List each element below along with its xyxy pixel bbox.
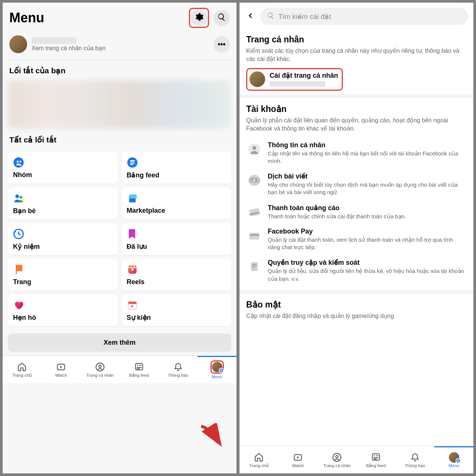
option-card[interactable]: Thanh toán quảng cáo Thanh toán hoặc chỉ…: [246, 200, 467, 224]
feed-icon: [127, 157, 138, 168]
memories-icon: [13, 228, 24, 239]
avatar: [9, 35, 27, 53]
option-globe[interactable]: Dịch bài viết Hãy cho chúng tôi biết tùy…: [246, 168, 467, 200]
bell-icon: [410, 452, 420, 463]
tile-label: Reels: [127, 278, 226, 286]
tile-label: Sự kiện: [127, 313, 226, 322]
groups-icon: [13, 157, 24, 168]
svg-rect-23: [250, 234, 259, 236]
tile-friends[interactable]: Bạn bè: [8, 187, 118, 219]
search-placeholder: Tìm kiếm cài đặt: [278, 12, 331, 21]
redacted-name: [32, 37, 76, 44]
tab-label: Trang chủ: [12, 373, 32, 378]
option-doc[interactable]: Quyền truy cập và kiểm soát Quản lý dữ l…: [246, 255, 467, 286]
profile-icon: [95, 362, 105, 372]
search-button[interactable]: [213, 10, 230, 26]
tile-marketplace[interactable]: Marketplace: [122, 187, 232, 219]
tab-watch[interactable]: Watch: [42, 356, 81, 383]
annotation-arrow: [199, 423, 225, 447]
tiles-grid: Nhóm Bảng feed Bạn bè Marketplace Kỷ niệ…: [3, 148, 237, 330]
tab-home[interactable]: Trang chủ: [3, 356, 42, 383]
tab-feed[interactable]: Bảng feed: [356, 446, 395, 473]
svg-rect-26: [252, 266, 257, 266]
tab-label: Trang chủ: [249, 463, 269, 468]
tab-bell[interactable]: Thông báo: [158, 356, 197, 383]
saved-icon: [127, 228, 138, 239]
search-icon: [217, 13, 226, 23]
tab-menu[interactable]: Menu: [434, 446, 473, 473]
profile-row[interactable]: Xem trang cá nhân của bạn •••: [3, 31, 237, 58]
pay-icon: [246, 228, 263, 244]
svg-point-13: [99, 365, 102, 367]
user-icon: [246, 141, 263, 158]
option-title: Cài đặt trang cá nhân: [270, 71, 338, 80]
option-text: Facebook Pay Quản lý cài đặt thanh toán,…: [268, 228, 467, 251]
tab-label: Thông báo: [168, 373, 188, 377]
tile-groups[interactable]: Nhóm: [8, 152, 118, 184]
section-account: Tài khoản Quản lý phần cài đặt liên quan…: [239, 94, 473, 290]
tab-bell[interactable]: Thông báo: [395, 446, 434, 473]
profile-icon: [332, 452, 342, 463]
tab-label: Bảng feed: [129, 373, 149, 378]
tile-pages[interactable]: Trang: [8, 259, 118, 290]
avatar-icon: [212, 362, 222, 372]
menu-screen: Menu Xem trang cá nhân của bạn •••: [2, 2, 237, 474]
section-desc: Quản lý phần cài đặt liên quan đến quyền…: [246, 116, 467, 133]
friends-icon: [13, 193, 24, 204]
option-title: Dịch bài viết: [268, 172, 467, 180]
more-button[interactable]: •••: [213, 36, 230, 52]
settings-content: Trang cá nhân Kiểm soát các tùy chọn của…: [239, 29, 473, 446]
tile-reels[interactable]: Reels: [122, 259, 232, 290]
tab-profile[interactable]: Trang cá nhân: [318, 446, 357, 473]
home-icon: [17, 361, 27, 372]
more-icon: •••: [218, 40, 225, 49]
tab-profile[interactable]: Trang cá nhân: [81, 356, 120, 383]
option-title: Thông tin cá nhân: [268, 141, 467, 149]
option-title: Facebook Pay: [268, 228, 467, 235]
option-pay[interactable]: Facebook Pay Quản lý cài đặt thanh toán,…: [246, 224, 467, 255]
menu-header: Menu: [3, 3, 237, 31]
tab-menu[interactable]: Menu: [197, 356, 237, 383]
svg-rect-24: [251, 262, 258, 271]
option-text: Thanh toán quảng cáo Thanh toán hoặc chỉ…: [268, 204, 467, 220]
tab-label: Thông báo: [405, 463, 425, 468]
tab-watch[interactable]: Watch: [279, 446, 318, 473]
avatar: [250, 71, 265, 87]
section-title: Trang cá nhân: [246, 35, 467, 45]
profile-settings-item[interactable]: Cài đặt trang cá nhân: [246, 68, 343, 91]
tile-dating[interactable]: Hẹn hò: [8, 294, 118, 326]
section-title: Tài khoản: [246, 104, 467, 114]
svg-point-32: [374, 455, 375, 456]
svg-point-18: [249, 175, 260, 186]
svg-point-6: [20, 196, 23, 199]
section-profile: Trang cá nhân Kiểm soát các tùy chọn của…: [239, 29, 473, 94]
see-more-button[interactable]: Xem thêm: [8, 334, 231, 352]
svg-rect-27: [252, 267, 255, 268]
option-user[interactable]: Thông tin cá nhân Cập nhật tên và thông …: [246, 138, 467, 169]
svg-point-15: [137, 365, 138, 366]
search-field[interactable]: Tìm kiếm cài đặt: [260, 8, 468, 25]
shortcuts-row[interactable]: [8, 80, 231, 129]
tile-events[interactable]: Sự kiện: [122, 294, 232, 326]
pages-icon: [13, 264, 24, 275]
bell-icon: [173, 362, 183, 372]
page-title: Menu: [9, 10, 44, 26]
tile-feed[interactable]: Bảng feed: [122, 152, 232, 184]
profile-subtitle: Xem trang cá nhân của bạn: [32, 45, 209, 52]
feed-icon: [134, 361, 144, 372]
tab-feed[interactable]: Bảng feed: [119, 356, 158, 383]
tab-home[interactable]: Trang chủ: [239, 446, 279, 473]
tile-memories[interactable]: Kỷ niệm: [8, 223, 118, 255]
tab-label: Watch: [292, 463, 304, 468]
settings-screen: Tìm kiếm cài đặt Trang cá nhân Kiểm soát…: [239, 2, 474, 474]
back-button[interactable]: [245, 11, 256, 22]
svg-rect-22: [250, 233, 259, 239]
tile-label: Nhóm: [13, 171, 113, 179]
svg-point-5: [15, 194, 19, 198]
tile-saved[interactable]: Đã lưu: [122, 223, 232, 255]
svg-point-30: [336, 455, 338, 458]
settings-button[interactable]: [191, 10, 207, 26]
all-shortcuts-title: Tất cả lối tắt: [3, 132, 237, 148]
redacted-name: [270, 81, 325, 87]
divider: [9, 60, 230, 60]
